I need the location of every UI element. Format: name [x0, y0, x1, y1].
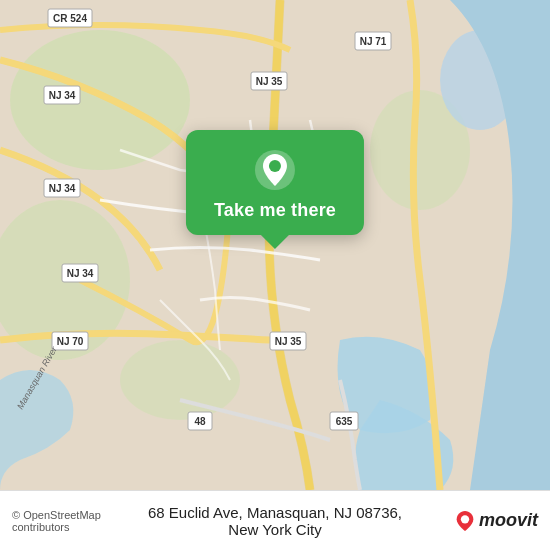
attribution-text: © OpenStreetMap contributors — [12, 509, 101, 533]
footer: © OpenStreetMap contributors 68 Euclid A… — [0, 490, 550, 550]
moovit-pin-icon — [455, 511, 475, 531]
svg-text:NJ 71: NJ 71 — [360, 36, 387, 47]
svg-point-1 — [10, 30, 190, 170]
svg-text:NJ 35: NJ 35 — [227, 196, 254, 207]
svg-text:NJ 35: NJ 35 — [256, 76, 283, 87]
moovit-logo: moovit — [407, 510, 539, 531]
svg-text:NJ 34: NJ 34 — [49, 90, 76, 101]
svg-text:48: 48 — [194, 416, 206, 427]
svg-text:NJ 70: NJ 70 — [57, 336, 84, 347]
svg-point-31 — [461, 515, 469, 523]
svg-point-3 — [120, 340, 240, 420]
attribution: © OpenStreetMap contributors — [12, 509, 144, 533]
svg-text:NJ 34: NJ 34 — [67, 268, 94, 279]
svg-text:CR 524: CR 524 — [53, 13, 87, 24]
svg-text:NJ 34: NJ 34 — [49, 183, 76, 194]
address-text: 68 Euclid Ave, Manasquan, NJ 08736, New … — [144, 504, 407, 538]
map-container: NJ 71 NJ 35 NJ 35 NJ 35 NJ 34 NJ 34 NJ 3… — [0, 0, 550, 490]
svg-text:NJ 35: NJ 35 — [275, 336, 302, 347]
moovit-text: moovit — [479, 510, 538, 531]
svg-text:635: 635 — [336, 416, 353, 427]
